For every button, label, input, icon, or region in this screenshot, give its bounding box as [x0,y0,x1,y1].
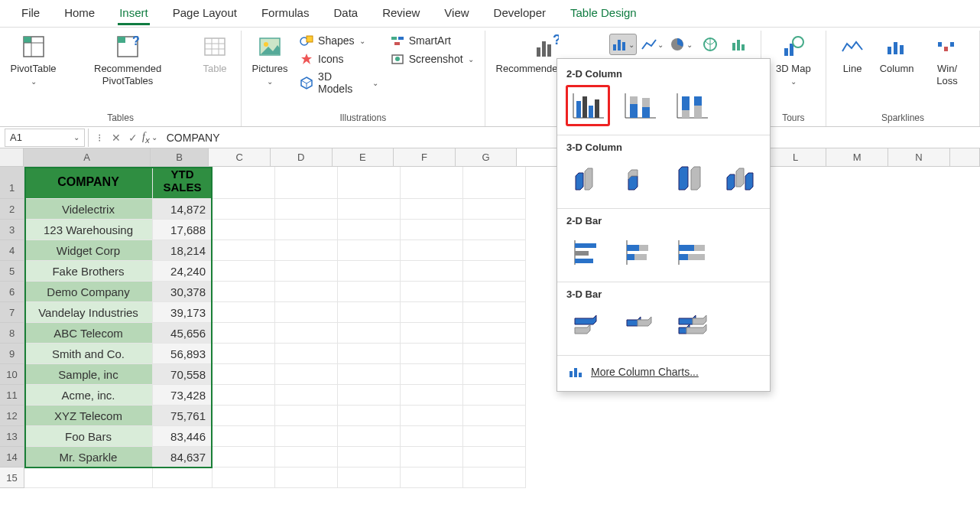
cell[interactable] [401,447,463,468]
insert-pie-chart-button[interactable]: ⌄ [667,34,695,55]
cell[interactable] [338,406,401,426]
cell[interactable] [463,240,526,261]
row-header[interactable]: 6 [0,282,24,302]
table-cell[interactable]: 70,558 [153,364,213,385]
cell[interactable] [24,468,153,488]
cell[interactable] [338,426,401,447]
stacked-100-bar-2d-option[interactable] [670,233,713,272]
cell[interactable] [463,167,526,199]
column-header[interactable] [950,148,980,166]
cell[interactable] [401,426,463,447]
cell[interactable] [338,364,401,385]
column-header[interactable]: L [765,148,827,166]
clustered-bar-2d-option[interactable] [566,233,609,272]
screenshot-button[interactable]: Screenshot⌄ [386,50,479,67]
cell[interactable] [213,282,275,302]
cell[interactable] [338,447,401,468]
cell[interactable] [401,199,463,220]
table-cell[interactable]: Videlectrix [24,199,153,220]
tab-page-layout[interactable]: Page Layout [161,2,249,25]
cell[interactable] [401,364,463,385]
cell[interactable] [338,220,401,240]
cell[interactable] [463,364,526,385]
table-cell[interactable]: 24,240 [153,261,213,282]
table-cell[interactable]: 14,872 [153,199,213,220]
cell[interactable] [338,323,401,344]
cell[interactable] [153,468,213,488]
3d-map-button[interactable]: 3D Map ⌄ [767,32,819,111]
cell[interactable] [463,344,526,364]
stacked-column-3d-option[interactable] [618,159,660,199]
table-cell[interactable]: Sample, inc [24,364,153,385]
cell[interactable] [275,344,338,364]
table-cell[interactable]: Vandelay Industries [24,302,153,323]
table-cell[interactable]: 39,173 [153,302,213,323]
cell[interactable] [213,302,275,323]
3d-models-button[interactable]: 3D Models ⌄ [295,69,383,96]
tab-review[interactable]: Review [370,2,432,25]
table-header-cell[interactable]: COMPANY [24,167,153,199]
pivotchart-button[interactable] [725,34,753,55]
stacked-100-column-3d-option[interactable] [668,159,710,199]
sparkline-column-button[interactable]: Column [875,32,918,111]
fx-icon[interactable]: fx [142,131,150,145]
column-3d-option[interactable] [719,159,761,199]
table-cell[interactable]: Fake Brothers [24,261,153,282]
row-header[interactable]: 14 [0,447,24,468]
recommended-pivottables-button[interactable]: ? Recommended PivotTables [63,32,192,111]
cell[interactable] [401,344,463,364]
cell[interactable] [338,385,401,406]
cell[interactable] [463,282,526,302]
stacked-bar-2d-option[interactable] [618,233,661,272]
cell[interactable] [401,167,463,199]
pictures-button[interactable]: Pictures⌄ [248,32,292,111]
row-header[interactable]: 8 [0,323,24,344]
sparkline-line-button[interactable]: Line [832,32,872,111]
cell[interactable] [275,323,338,344]
cell[interactable] [463,406,526,426]
enter-formula-button[interactable]: ✓ [125,132,141,144]
table-cell[interactable]: 18,214 [153,240,213,261]
smartart-button[interactable]: SmartArt [386,32,479,49]
cell[interactable] [275,406,338,426]
cell[interactable] [338,261,401,282]
row-header[interactable]: 4 [0,240,24,261]
row-header[interactable]: 11 [0,385,24,406]
cell[interactable] [275,302,338,323]
cell[interactable] [463,468,526,488]
table-cell[interactable]: 30,378 [153,282,213,302]
sparkline-winloss-button[interactable]: Win/ Loss [921,32,973,111]
column-header[interactable]: D [271,148,333,166]
table-header-cell[interactable]: YTDSALES [153,167,213,199]
column-header[interactable]: B [151,148,209,166]
cell[interactable] [275,261,338,282]
table-cell[interactable]: XYZ Telecom [24,406,153,426]
insert-line-chart-button[interactable]: ⌄ [638,34,666,55]
icons-button[interactable]: Icons [295,50,383,67]
cell[interactable] [338,167,401,199]
cancel-formula-button[interactable]: ✕ [109,132,124,144]
table-cell[interactable]: Widget Corp [24,240,153,261]
column-header[interactable]: M [826,148,888,166]
row-header[interactable]: 1 [0,167,24,199]
cell[interactable] [213,344,275,364]
cell[interactable] [401,261,463,282]
cell[interactable] [401,282,463,302]
column-header[interactable]: N [888,148,950,166]
tab-home[interactable]: Home [52,2,107,25]
cell[interactable] [463,261,526,282]
cell[interactable] [338,302,401,323]
cell[interactable] [213,406,275,426]
cell[interactable] [338,344,401,364]
cell[interactable] [463,426,526,447]
cell[interactable] [401,468,463,488]
cell[interactable] [213,447,275,468]
row-header[interactable]: 10 [0,364,24,385]
column-header[interactable]: G [456,148,518,166]
shapes-button[interactable]: Shapes⌄ [295,32,383,49]
cell[interactable] [338,199,401,220]
table-cell[interactable]: Demo Company [24,282,153,302]
row-header[interactable]: 12 [0,406,24,426]
cell[interactable] [275,447,338,468]
cell[interactable] [213,364,275,385]
